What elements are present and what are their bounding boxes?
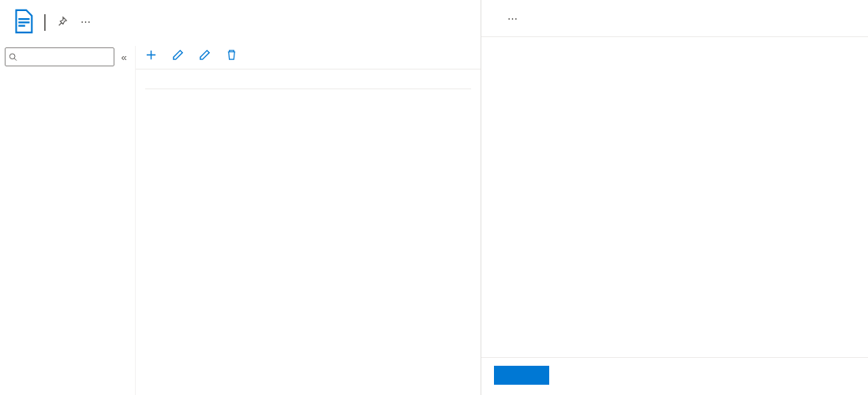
search-input[interactable] <box>21 51 110 62</box>
pin-icon[interactable] <box>54 13 71 30</box>
delete-button[interactable] <box>226 49 241 61</box>
plus-icon <box>145 49 157 61</box>
edit-json-button[interactable] <box>199 49 215 61</box>
pencil-icon <box>199 49 211 61</box>
trash-icon <box>226 49 238 61</box>
edit-button[interactable] <box>172 49 188 61</box>
search-icon <box>9 52 17 62</box>
collapse-sidebar-button[interactable]: « <box>118 47 130 66</box>
json-editor[interactable] <box>481 36 868 357</box>
grid-header <box>145 76 471 89</box>
sidebar: « <box>0 46 136 395</box>
add-button[interactable] <box>145 49 161 61</box>
more-icon[interactable]: ⋯ <box>77 13 95 30</box>
pencil-icon <box>172 49 184 61</box>
svg-point-0 <box>9 54 15 59</box>
more-icon[interactable]: ⋯ <box>503 9 521 27</box>
document-icon <box>9 8 36 35</box>
agreements-grid <box>136 70 481 96</box>
ok-button[interactable] <box>494 366 549 385</box>
nav-section-settings <box>0 71 135 81</box>
search-box[interactable] <box>5 47 114 66</box>
